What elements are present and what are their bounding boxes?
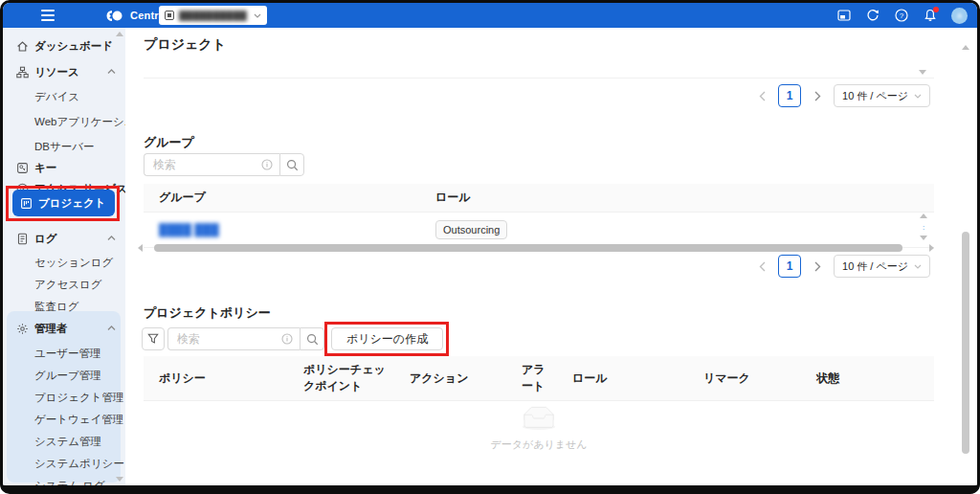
scroll-down-icon[interactable] [920,236,927,240]
sidebar-scroll-up-icon[interactable] [116,32,123,36]
page-scroll-up-icon[interactable] [962,45,969,50]
search-icon [306,333,319,346]
group-search-input[interactable] [144,153,279,176]
drag-handle-dots-icon: : [923,224,924,231]
sidebar-item-label: Webアプリケーシ... [34,115,125,129]
sidebar-item-devices[interactable]: デバイス [3,87,120,106]
sidebar-item-system-management[interactable]: システム管理 [3,432,120,451]
hamburger-menu-icon[interactable] [41,10,55,21]
sidebar-item-access-log[interactable]: アクセスログ [3,275,120,294]
sidebar-item-project[interactable]: プロジェクト [12,190,115,216]
help-icon[interactable]: ? [894,9,908,23]
divider [144,78,934,79]
chevron-down-icon [254,13,261,18]
sidebar-item-web-applications[interactable]: Webアプリケーシ... [3,112,120,131]
sidebar-item-project-management[interactable]: プロジェクト管理 [3,388,120,407]
sidebar-item-user-management[interactable]: ユーザー管理 [3,344,120,363]
sidebar-item-dashboard[interactable]: ダッシュボード [3,36,120,56]
console-icon[interactable] [836,9,851,23]
chevron-up-icon[interactable] [107,236,116,241]
next-page-icon[interactable] [809,84,826,107]
column-header-action[interactable]: アクション [394,356,516,401]
column-header-group[interactable]: グループ [144,184,420,213]
policy-search-button[interactable] [300,327,324,350]
scroll-up-icon[interactable] [920,213,927,218]
empty-state-text: データがありません [490,438,587,452]
sidebar-item-system-policy[interactable]: システムポリシー [3,454,120,473]
sidebar-item-group-management[interactable]: グループ管理 [3,366,120,385]
project-selector-value: ██████████ [179,11,248,21]
sidebar-item-label: ユーザー管理 [34,347,101,361]
page-size-select[interactable]: 10 件 / ページ [834,84,930,107]
sidebar-item-label: ゲートウェイ管理 [34,413,123,427]
project-selector-icon [165,11,174,20]
notifications-icon[interactable] [923,9,937,23]
chevron-up-icon[interactable] [107,69,116,75]
page-number-button[interactable]: 1 [778,84,801,107]
sidebar-item-label: 監査ログ [34,300,79,314]
previous-page-icon[interactable] [753,255,770,278]
group-search-button[interactable] [279,153,304,176]
pagination-top: 1 10 件 / ページ [753,84,930,107]
sidebar-item-keys[interactable]: キー [3,158,120,177]
topbar: CentralOne ██████████ ? a [3,3,977,28]
sidebar-item-system-log[interactable]: システム ログ [3,476,120,485]
chevron-up-icon[interactable] [107,326,116,331]
group-search [144,153,304,176]
group-table: グループ ロール ████ ███ Outsourcing [144,184,934,248]
home-icon [16,40,29,53]
column-header-remark[interactable]: リマーク [688,356,801,401]
page-size-select[interactable]: 10 件 / ページ [834,255,930,278]
create-policy-button[interactable]: ポリシーの作成 [331,327,443,350]
avatar[interactable]: a [951,8,968,24]
column-header-policy-checkpoint[interactable]: ポリシーチェックポイント [288,356,394,401]
group-table-horizontal-scrollbar[interactable] [138,243,934,253]
sidebar-item-label: 管理者 [34,322,68,336]
sidebar-item-label: グループ管理 [34,369,101,383]
sidebar-item-administrators[interactable]: 管理者 [3,319,120,338]
column-header-policy[interactable]: ポリシー [144,356,288,401]
info-icon [281,333,293,345]
sync-icon[interactable] [865,9,880,23]
role-tag: Outsourcing [435,220,507,239]
group-name-link[interactable]: ████ ███ [159,223,219,236]
sidebar-item-gateway-management[interactable]: ゲートウェイ管理 [3,410,120,429]
sidebar-item-logs[interactable]: ログ [3,229,120,248]
column-header-status[interactable]: 状態 [801,356,934,401]
sidebar-scroll-down-icon[interactable] [116,477,123,482]
sidebar-item-resources[interactable]: リソース [3,62,120,81]
project-selector[interactable]: ██████████ [159,6,267,25]
resources-icon [16,66,29,79]
log-file-icon [16,233,29,245]
project-icon [20,197,33,210]
group-table-header-row: グループ ロール [144,184,934,213]
sidebar-item-label: プロジェクト管理 [34,391,124,405]
sidebar-item-label: リソース [34,65,79,79]
sidebar-item-label: セッションログ [34,256,113,270]
policy-search-input[interactable] [167,327,300,350]
gear-icon [16,323,29,335]
sidebar-item-db-server[interactable]: DBサーバー [3,137,120,156]
horizontal-scrollbar-thumb[interactable] [154,244,902,252]
column-header-alert[interactable]: アラート [516,356,557,401]
filter-button[interactable] [142,327,165,350]
brand-logo-icon [103,10,126,22]
sidebar-item-session-log[interactable]: セッションログ [3,253,120,272]
table-scroll-down-icon[interactable] [919,70,926,75]
sidebar: ダッシュボード リソース デバイス Webアプリケーシ... DBサーバー キー… [3,28,125,485]
sidebar-item-label: アクセスログ [34,278,102,292]
sidebar-item-label: システム管理 [34,435,101,449]
notification-badge [933,7,939,12]
group-table-vertical-scrollbar[interactable]: : [917,212,930,242]
scroll-right-icon[interactable] [929,244,934,252]
page-number-button[interactable]: 1 [778,255,801,278]
chevron-down-icon [914,94,922,99]
previous-page-icon[interactable] [753,84,770,107]
sidebar-item-audit-log[interactable]: 監査ログ [3,297,120,316]
column-header-role[interactable]: ロール [557,356,688,401]
policy-table-header-row: ポリシー ポリシーチェックポイント アクション アラート ロール リマーク 状態 [144,356,934,401]
next-page-icon[interactable] [809,255,826,278]
column-header-role[interactable]: ロール [420,184,934,213]
policy-search [167,327,324,350]
page-scrollbar-thumb[interactable] [962,232,969,454]
